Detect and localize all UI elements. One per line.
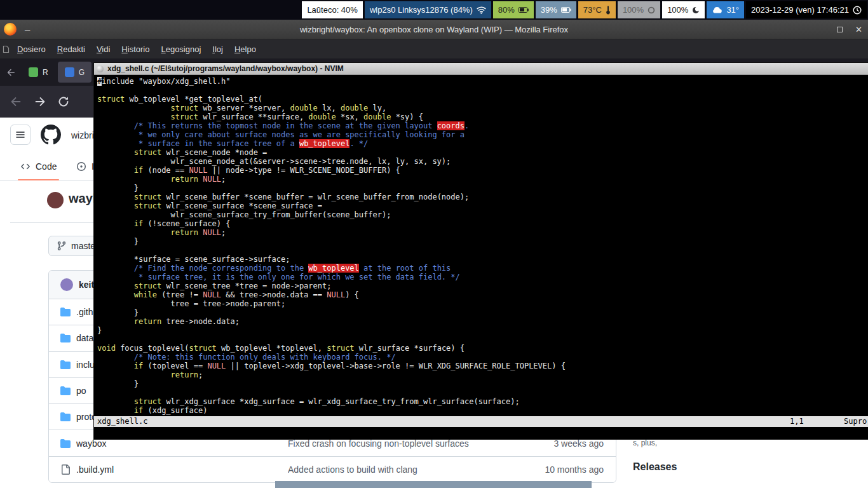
code-line	[97, 246, 868, 255]
code-line: return NULL;	[97, 175, 868, 184]
code-line: struct wlr_scene_buffer *scene_buffer = …	[97, 193, 868, 201]
code-line: wlr_scene_surface_try_from_buffer(scene_…	[97, 210, 868, 219]
minimize-button[interactable]: –	[25, 24, 30, 35]
commit-message[interactable]: Fixed crash on focusing non-toplevel sur…	[288, 438, 553, 449]
panel-item-brightness[interactable]: 100%	[662, 1, 705, 18]
code-line: }	[97, 184, 868, 193]
code-editor[interactable]: #include "waybox/xdg_shell.h" struct wb_…	[94, 75, 868, 416]
commit-age[interactable]: 3 weeks ago	[553, 438, 604, 449]
panel-item-ups[interactable]: 100%	[618, 1, 660, 18]
menu-dosiero[interactable]: Dosiero	[11, 44, 51, 54]
code-line: while (tree != NULL && tree->node.data =…	[97, 290, 868, 299]
code-line: #include "waybox/xdg_shell.h"	[97, 77, 868, 86]
page-icon	[3, 45, 10, 53]
ring-icon	[648, 6, 655, 14]
panel-item-network[interactable]: wlp2s0 Linksys12876 (84%)	[365, 1, 491, 18]
battery-icon	[519, 7, 529, 13]
menu-iloj[interactable]: Iloj	[207, 44, 229, 54]
firefox-titlebar[interactable]: – wizbright/waybox: An openbox clone on …	[0, 20, 868, 39]
panel-item-clock-label: 2023-12-29 (ven) 17:46:21	[751, 5, 849, 15]
clock-icon	[853, 6, 862, 15]
code-line: return tree->node.data;	[97, 317, 868, 326]
browser-tab-2[interactable]: G	[58, 62, 92, 83]
desktop: Laŭteco: 40%wlp2s0 Linksys12876 (84%)80%…	[0, 0, 868, 488]
panel-item-battery-main-label: 80%	[498, 5, 515, 15]
panel-item-weather[interactable]: 31°	[707, 1, 744, 18]
panel-item-volume[interactable]: Laŭteco: 40%	[302, 1, 363, 18]
file-name[interactable]: .build.yml	[76, 464, 288, 475]
forward-button[interactable]	[33, 95, 47, 109]
code-line: struct wb_server *server, double lx, dou…	[97, 104, 868, 112]
code-line: * we only care about surface nodes as we…	[97, 130, 868, 139]
panel-item-volume-label: Laŭteco: 40%	[307, 5, 358, 15]
panel-item-network-label: wlp2s0 Linksys12876 (84%)	[370, 5, 473, 15]
code-line: /* This returns the topmost node in the …	[97, 121, 868, 130]
panel-item-temperature[interactable]: 73°C	[578, 1, 616, 18]
code-line: void focus_toplevel(struct wb_toplevel *…	[97, 344, 868, 353]
code-line	[97, 388, 868, 397]
github-logo[interactable]	[41, 125, 61, 145]
horizontal-scrollbar-thumb[interactable]	[275, 481, 592, 488]
menu-redakti[interactable]: Redakti	[51, 44, 91, 54]
folder-icon	[60, 307, 71, 317]
panel-item-temperature-label: 73°C	[583, 5, 602, 15]
folder-icon	[60, 360, 71, 370]
code-line: struct wb_toplevel *get_toplevel_at(	[97, 95, 868, 104]
code-line: }	[97, 237, 868, 246]
folder-icon	[60, 438, 71, 449]
nvim-titlebar[interactable]: xdg_shell.c (~/Elŝutoj/programs/wayland/…	[94, 63, 868, 75]
back-button[interactable]	[9, 95, 23, 109]
code-line: *surface = scene_surface->surface;	[97, 255, 868, 264]
restore-button[interactable]	[837, 27, 843, 32]
commit-message[interactable]: Added actions to build with clang	[288, 464, 545, 475]
statusline-scroll-position: Supro	[844, 417, 867, 426]
menu-helpo[interactable]: Helpo	[229, 44, 262, 54]
tab-code[interactable]: Code	[15, 152, 62, 180]
commit-author-name[interactable]: keit	[79, 280, 94, 290]
code-line: * surface in the surface tree of a wb_to…	[97, 139, 868, 148]
close-button[interactable]: ✕	[855, 25, 862, 34]
panel-item-battery-main[interactable]: 80%	[493, 1, 534, 18]
panel-item-battery-aux[interactable]: 39%	[536, 1, 576, 18]
nvim-icon	[97, 65, 104, 72]
nvim-cmdline	[94, 427, 868, 439]
menu-legosignoj[interactable]: Legosignoj	[155, 44, 207, 54]
file-name[interactable]: waybox	[76, 438, 288, 449]
browser-tab-1[interactable]: R	[22, 62, 55, 83]
statusline-ruler: 1,1	[790, 417, 804, 426]
code-line	[97, 335, 868, 344]
nvim-title-text: xdg_shell.c (~/Elŝutoj/programs/wayland/…	[107, 64, 344, 73]
commit-author-avatar[interactable]	[60, 278, 73, 291]
code-line	[97, 86, 868, 95]
hamburger-menu-button[interactable]	[10, 125, 31, 145]
reload-button[interactable]	[57, 95, 70, 108]
moon-icon	[692, 6, 700, 14]
code-line: /* Note: this function only deals with k…	[97, 353, 868, 362]
code-line: }	[97, 308, 868, 317]
panel-item-clock[interactable]: 2023-12-29 (ven) 17:46:21	[746, 1, 867, 18]
code-line: struct wlr_scene_surface *scene_surface …	[97, 201, 868, 210]
menu-vidi[interactable]: Vidi	[91, 44, 116, 54]
releases-heading[interactable]: Releases	[633, 461, 677, 473]
panel-item-weather-label: 31°	[726, 5, 739, 15]
system-panel: Laŭteco: 40%wlp2s0 Linksys12876 (84%)80%…	[0, 0, 868, 20]
nvim-window: xdg_shell.c (~/Elŝutoj/programs/wayland/…	[94, 63, 868, 439]
file-row[interactable]: .build.ymlAdded actions to build with cl…	[49, 456, 616, 482]
tab-favicon	[65, 67, 74, 77]
folder-icon	[60, 333, 71, 343]
code-line: * surface tree, it is the only one for w…	[97, 273, 868, 281]
tab-code-label: Code	[36, 161, 57, 172]
wifi-icon	[477, 6, 486, 14]
repo-description-fragment: s, plus,	[633, 438, 657, 447]
menu-items: DosieroRedaktiVidiHistorioLegosignojIloj…	[11, 44, 262, 54]
battery-icon	[561, 7, 571, 13]
commit-age[interactable]: 10 months ago	[545, 464, 604, 475]
menu-historio[interactable]: Historio	[116, 44, 155, 54]
code-line: struct wlr_scene_node *node =	[97, 148, 868, 157]
code-line: tree = tree->node.parent;	[97, 299, 868, 308]
panel-item-ups-label: 100%	[623, 5, 644, 15]
repo-owner-avatar[interactable]	[47, 192, 64, 208]
code-line: if (xdg_surface)	[97, 406, 868, 415]
tab-scroll-left-button[interactable]	[5, 67, 17, 78]
code-line: }	[97, 379, 868, 388]
